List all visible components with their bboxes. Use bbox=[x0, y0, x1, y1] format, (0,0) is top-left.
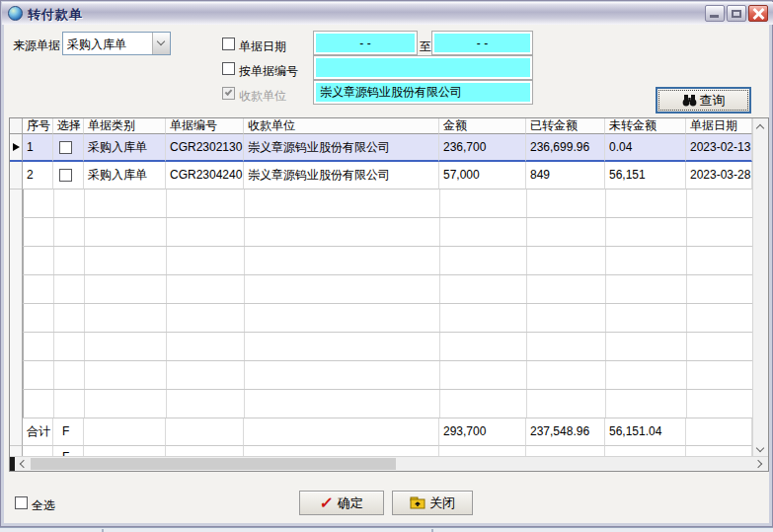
table-row[interactable]: 1 采购入库单 CGR2302130 崇义章源钨业股份有限公司 236,700 … bbox=[10, 134, 752, 162]
ok-button[interactable]: ✓ 确定 bbox=[299, 491, 384, 515]
red-check-icon: ✓ bbox=[319, 496, 334, 510]
source-doc-label: 来源单据 bbox=[13, 38, 60, 54]
row-selector-cell bbox=[10, 418, 23, 446]
vertical-scrollbar[interactable] bbox=[752, 118, 768, 458]
cell-payee: 崇义章源钨业股份有限公司 bbox=[244, 134, 439, 162]
bill-no-wrap bbox=[313, 55, 533, 80]
close-icon bbox=[752, 8, 765, 20]
date-filter-label: 单据日期 bbox=[239, 38, 286, 55]
chevron-up-icon bbox=[756, 124, 764, 132]
current-row-arrow-icon bbox=[13, 143, 20, 151]
col-header-amount[interactable]: 金额 bbox=[439, 118, 526, 134]
cell-amount: 57,000 bbox=[439, 162, 526, 190]
cell-select bbox=[53, 134, 84, 162]
query-button[interactable]: 查询 bbox=[656, 87, 751, 114]
background-window-strip bbox=[0, 527, 773, 532]
scroll-right-button[interactable] bbox=[752, 457, 768, 471]
horizontal-scroll-thumb[interactable] bbox=[31, 458, 396, 470]
total-row: 合计 F 293,700 237,548.96 56,151.04 bbox=[10, 418, 752, 446]
col-header-transferred[interactable]: 已转金额 bbox=[526, 118, 605, 134]
payee-label: 收款单位 bbox=[239, 88, 286, 105]
total-transferred: 237,548.96 bbox=[526, 418, 605, 446]
chevron-down-icon bbox=[756, 444, 764, 452]
table-row[interactable]: 2 采购入库单 CGR2304240 崇义章源钨业股份有限公司 57,000 8… bbox=[10, 162, 752, 190]
date-filter-checkbox[interactable] bbox=[222, 38, 235, 50]
total-label: 合计 bbox=[23, 418, 53, 446]
table-content: 序号 选择 单据类别 单据编号 收款单位 金额 已转金额 未转金额 单据日期 1… bbox=[10, 118, 752, 460]
bill-no-input[interactable] bbox=[316, 58, 530, 77]
query-button-label: 查询 bbox=[700, 92, 726, 110]
chevron-down-icon bbox=[157, 38, 165, 45]
date-from-input[interactable] bbox=[316, 34, 415, 52]
bills-table: 序号 选择 单据类别 单据编号 收款单位 金额 已转金额 未转金额 单据日期 1… bbox=[9, 117, 769, 472]
cell-transferred: 236,699.96 bbox=[526, 134, 605, 162]
payee-checkbox bbox=[222, 87, 235, 100]
to-label: 至 bbox=[420, 38, 431, 55]
source-doc-dropdown-button[interactable] bbox=[152, 33, 170, 54]
cell-billno: CGR2304240 bbox=[166, 162, 244, 190]
app-globe-icon bbox=[8, 6, 23, 21]
maximize-icon bbox=[732, 10, 741, 18]
cell-billno: CGR2302130 bbox=[166, 134, 244, 162]
row-selector-cell[interactable] bbox=[10, 162, 23, 190]
cell-date: 2023-03-28 0 bbox=[686, 162, 752, 190]
total-flag: F bbox=[53, 418, 84, 446]
select-all-label: 全选 bbox=[32, 497, 55, 514]
date-to-input[interactable] bbox=[434, 34, 530, 52]
horizontal-scrollbar[interactable] bbox=[10, 456, 768, 471]
binoculars-icon bbox=[682, 95, 697, 107]
ok-button-label: 确定 bbox=[338, 494, 363, 512]
screen: 转付款单 来源单据 采购入库单 单据日期 至 按单据编号 收款单位 bbox=[0, 0, 773, 532]
total-type bbox=[84, 418, 166, 446]
table-header-row: 序号 选择 单据类别 单据编号 收款单位 金额 已转金额 未转金额 单据日期 bbox=[10, 118, 752, 134]
total-payee bbox=[244, 418, 439, 446]
gutter-column bbox=[10, 190, 23, 418]
col-header-select[interactable]: 选择 bbox=[53, 118, 84, 134]
close-button[interactable] bbox=[748, 5, 768, 22]
col-header-seq[interactable]: 序号 bbox=[23, 118, 53, 134]
empty-rows-area bbox=[10, 190, 752, 418]
scroll-up-button[interactable] bbox=[753, 118, 768, 135]
header-corner bbox=[10, 118, 23, 134]
row-checkbox[interactable] bbox=[59, 169, 72, 182]
source-doc-select[interactable]: 采购入库单 bbox=[62, 32, 171, 55]
window-title: 转付款单 bbox=[28, 6, 83, 24]
select-all-checkbox[interactable] bbox=[15, 496, 28, 509]
total-billno bbox=[166, 418, 244, 446]
source-doc-value: 采购入库单 bbox=[67, 37, 126, 53]
close-dialog-button[interactable]: 关闭 bbox=[392, 491, 473, 515]
maximize-button[interactable] bbox=[727, 5, 746, 22]
col-header-billno[interactable]: 单据编号 bbox=[166, 118, 244, 134]
col-header-untransferred[interactable]: 未转金额 bbox=[605, 118, 686, 134]
minimize-button[interactable] bbox=[705, 5, 725, 22]
bill-no-filter-checkbox[interactable] bbox=[222, 62, 235, 75]
cell-transferred: 849 bbox=[526, 162, 605, 190]
row-selector-cell[interactable] bbox=[10, 134, 23, 162]
bill-no-filter-label: 按单据编号 bbox=[239, 63, 298, 80]
total-amount: 293,700 bbox=[439, 418, 526, 446]
scroll-left-button[interactable] bbox=[15, 457, 30, 471]
cell-seq: 1 bbox=[23, 134, 53, 162]
cell-untransferred: 0.04 bbox=[605, 134, 686, 162]
row-checkbox[interactable] bbox=[59, 141, 72, 154]
col-header-type[interactable]: 单据类别 bbox=[84, 118, 166, 134]
check-icon bbox=[225, 88, 233, 96]
close-button-label: 关闭 bbox=[429, 494, 455, 512]
dialog-transfer-payment: 转付款单 来源单据 采购入库单 单据日期 至 按单据编号 收款单位 bbox=[0, 0, 773, 527]
payee-input[interactable] bbox=[316, 83, 530, 102]
col-header-date[interactable]: 单据日期 bbox=[686, 118, 752, 134]
cell-type: 采购入库单 bbox=[84, 162, 166, 190]
date-from-wrap bbox=[313, 31, 418, 55]
title-bar[interactable]: 转付款单 bbox=[2, 2, 773, 25]
chevron-left-icon bbox=[20, 460, 28, 468]
payee-wrap bbox=[313, 80, 533, 105]
cell-payee: 崇义章源钨业股份有限公司 bbox=[244, 162, 439, 190]
col-header-payee[interactable]: 收款单位 bbox=[244, 118, 439, 134]
cell-seq: 2 bbox=[23, 162, 53, 190]
minimize-icon bbox=[710, 15, 719, 18]
folder-exit-icon bbox=[410, 496, 425, 509]
date-to-wrap bbox=[431, 31, 533, 55]
cell-type: 采购入库单 bbox=[84, 134, 166, 162]
cell-date: 2023-02-13 0 bbox=[686, 134, 752, 162]
cell-untransferred: 56,151 bbox=[605, 162, 686, 190]
